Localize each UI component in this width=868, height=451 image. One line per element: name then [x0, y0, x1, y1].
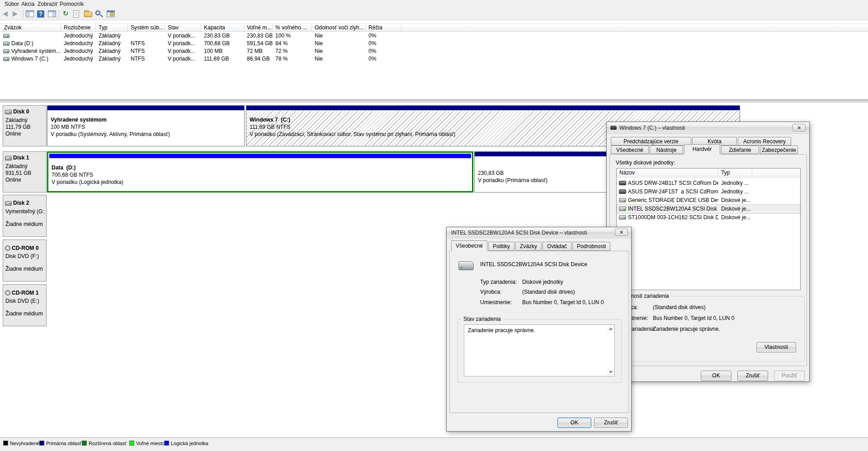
volume-fault-tolerance: Nie — [312, 40, 366, 47]
vlastnosti-button[interactable]: Vlastnosti — [756, 342, 796, 352]
pane-splitter[interactable] — [0, 99, 868, 103]
show-console-tree-icon[interactable] — [26, 10, 34, 18]
partition-data-d[interactable]: Data (D:) 700,68 GB NTFS V poriadku (Log… — [47, 151, 473, 193]
volume-icon — [3, 42, 9, 46]
ok-button[interactable]: OK — [701, 371, 731, 381]
forward-icon[interactable] — [13, 10, 21, 18]
col-zvazok[interactable]: Zväzok — [1, 23, 61, 32]
open-folder-icon[interactable] — [84, 10, 92, 18]
disk-status: Žiadne médium — [5, 221, 43, 227]
tab-zvazky[interactable]: Zväzky — [515, 242, 542, 251]
tab-zdielanie[interactable]: Zdieľanie — [721, 146, 759, 154]
device-status-text: Zariadenie pracuje správne. — [468, 327, 535, 334]
help-icon[interactable] — [37, 10, 45, 18]
disk-size: 111,79 GB — [5, 124, 31, 130]
back-icon[interactable] — [3, 10, 11, 18]
disk2-label-panel[interactable]: Disk 2 Vymeniteľný (G: Žiadne médium — [3, 195, 47, 237]
refresh-icon[interactable] — [62, 10, 70, 18]
partition-status: V poriadku (Zavádzací, Stránkovací súbor… — [250, 131, 455, 137]
col-typ[interactable]: Typ — [96, 23, 128, 32]
logical-drive-bar — [49, 154, 471, 159]
volume-row[interactable]: Vyhradené systém... Jednoduchý Základný … — [0, 47, 868, 55]
partition-size: 230,83 GB — [478, 170, 504, 176]
disk1-label-panel[interactable]: Disk 1 Základný 931,51 GB Online — [3, 151, 47, 193]
intel-disk-properties-dialog: INTEL SSDSC2BW120A4 SCSI Disk Device – v… — [446, 227, 632, 432]
col-odolnost[interactable]: Odolnosť voči zlyh... — [312, 23, 366, 32]
volume-capacity: 100 MB — [201, 47, 244, 55]
volume-icon — [3, 49, 9, 53]
toolbar — [0, 8, 868, 20]
tab-ovladac[interactable]: Ovládač — [542, 242, 571, 251]
device-col-typ[interactable]: Typ — [718, 169, 752, 178]
col-system-suborov[interactable]: Systém súb... — [128, 23, 165, 32]
disk-status: Žiadne médium — [5, 266, 43, 272]
general-tab-page: INTEL SSDSC2BW120A4 SCSI Disk Device Typ… — [449, 251, 629, 413]
partition-system-reserved[interactable]: Vyhradené systémom 100 MB NTFS V poriadk… — [47, 105, 245, 146]
volume-layout: Jednoduchý — [61, 40, 96, 47]
scroll-up-icon[interactable] — [607, 325, 614, 332]
volume-name: Windows 7 (C:) — [1, 55, 61, 63]
tab-acronis-recovery[interactable]: Acronis Recovery — [738, 137, 791, 146]
volume-name: Vyhradené systém... — [1, 47, 61, 55]
volume-icon — [3, 57, 9, 61]
col-rozlozenie[interactable]: Rozloženie — [61, 23, 96, 32]
menu-akcia[interactable]: Akcia — [19, 0, 36, 8]
col-stav[interactable]: Stav — [165, 23, 201, 32]
disk-drive-icon — [458, 261, 474, 270]
dialog-titlebar[interactable]: INTEL SSDSC2BW120A4 SCSI Disk Device – v… — [447, 227, 631, 238]
col-volne-miesto[interactable]: Voľné m... — [244, 23, 273, 32]
tab-hardver[interactable]: Hardvér — [684, 144, 720, 155]
help-topics-icon[interactable] — [107, 10, 115, 18]
hardware-tab-page: Všetky diskové jednotky: Názov Typ ASUS … — [609, 154, 807, 366]
device-col-nazov[interactable]: Názov — [617, 169, 718, 178]
show-action-pane-icon[interactable] — [48, 10, 56, 18]
device-row[interactable]: ASUS DRW-24B1LT SCSI CdRom Dev...Jednotk… — [617, 179, 800, 188]
tab-predchadzajuce-verzie[interactable]: Predchádzajúce verzie — [611, 137, 691, 146]
ok-button[interactable]: OK — [557, 418, 591, 428]
partition-size: 700,68 GB NTFS — [52, 172, 93, 178]
cancel-button[interactable]: Zrušiť — [594, 418, 628, 428]
volume-fault-tolerance: Nie — [312, 47, 366, 55]
device-row[interactable]: ST1000DM 003-1CH162 SCSI Disk De...Disko… — [617, 213, 800, 222]
cdrom0-label-panel[interactable]: CD-ROM 0 Disk DVD (F:) Žiadne médium — [3, 240, 47, 282]
tab-zabezpecenie[interactable]: Zabezpečenie — [760, 146, 798, 154]
scroll-down-icon[interactable] — [607, 369, 614, 376]
device-row-selected[interactable]: INTEL SSDSC2BW120A4 SCSI Disk D...Diskov… — [617, 205, 800, 213]
device-status-group: Stav zariadenia Zariadenie pracuje správ… — [458, 319, 622, 383]
disk0-label-panel[interactable]: Disk 0 Základný 111,79 GB Online — [3, 105, 47, 146]
col-rezia[interactable]: Réžia — [366, 23, 401, 32]
close-icon[interactable] — [793, 124, 806, 132]
volume-fs: NTFS — [128, 40, 165, 47]
volume-row[interactable]: Jednoduchý Základný V poriadk... 230,83 … — [0, 32, 868, 40]
menu-zobrazit[interactable]: Zobraziť — [36, 0, 60, 8]
volume-overhead: 0% — [366, 47, 401, 55]
partition-status: V poriadku (Systémový, Aktívny, Primárna… — [51, 131, 170, 137]
close-icon[interactable] — [615, 229, 628, 236]
volume-row[interactable]: Windows 7 (C:) Jednoduchý Základný NTFS … — [0, 55, 868, 63]
properties-icon[interactable] — [73, 10, 81, 18]
partition-size: 111,69 GB NTFS — [250, 124, 290, 130]
find-icon[interactable] — [95, 10, 104, 18]
col-kapacita[interactable]: Kapacita — [201, 23, 244, 32]
cdrom1-label-panel[interactable]: CD-ROM 1 Disk DVD (E:) Žiadne médium — [3, 284, 47, 326]
disk-size: 931,51 GB — [5, 170, 31, 176]
col-percento-volneho[interactable]: % voľného ... — [273, 23, 312, 32]
volume-overhead: 0% — [366, 55, 401, 63]
device-status-textarea[interactable]: Zariadenie pracuje správne. — [464, 324, 615, 376]
menu-subor[interactable]: Súbor — [3, 0, 21, 8]
apply-button[interactable]: Použiť — [774, 371, 805, 381]
volume-icon — [610, 126, 617, 130]
menu-pomocnik[interactable]: Pomocník — [58, 0, 85, 8]
tab-vseobecne[interactable]: Všeobecné — [451, 240, 487, 251]
volume-row[interactable]: Data (D:) Jednoduchý Základný NTFS V por… — [0, 40, 868, 47]
device-row[interactable]: ASUS DRW-24F1ST a SCSI CdRom ...Jednotky… — [617, 188, 800, 196]
device-row[interactable]: Generic STORAGE DEVICE USB DeviceDiskové… — [617, 196, 800, 205]
tab-nastroje[interactable]: Nástroje — [650, 146, 683, 154]
tab-politiky[interactable]: Politiky — [488, 242, 514, 251]
dialog-titlebar[interactable]: Windows 7 (C:) – vlastnosti — [607, 122, 809, 134]
tab-vseobecne[interactable]: Všeobecné — [611, 146, 649, 154]
tab-podrobnosti[interactable]: Podrobnosti — [572, 242, 610, 251]
cancel-button[interactable]: Zrušiť — [737, 371, 768, 381]
volume-type: Základný — [96, 47, 128, 55]
volume-name — [1, 32, 61, 40]
